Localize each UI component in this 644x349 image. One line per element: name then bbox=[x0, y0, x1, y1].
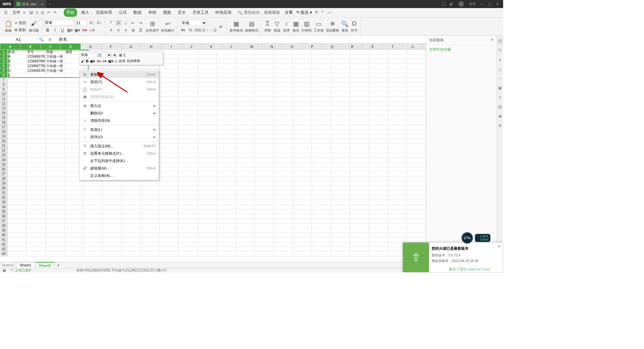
cell[interactable] bbox=[84, 228, 103, 233]
cell[interactable] bbox=[350, 50, 369, 54]
cell[interactable] bbox=[26, 115, 46, 120]
cell[interactable] bbox=[369, 238, 388, 242]
cell[interactable] bbox=[65, 247, 84, 252]
align-bottom-icon[interactable]: ⊥ bbox=[123, 20, 129, 26]
cell[interactable] bbox=[293, 228, 312, 233]
cell[interactable] bbox=[179, 83, 198, 87]
cell[interactable] bbox=[331, 205, 350, 209]
cell[interactable] bbox=[369, 130, 388, 134]
row-col-button[interactable]: ▥行和列 bbox=[302, 20, 312, 33]
cell[interactable] bbox=[141, 228, 160, 233]
cell[interactable] bbox=[46, 87, 65, 92]
cell[interactable] bbox=[8, 195, 27, 200]
cell[interactable] bbox=[46, 101, 65, 106]
cell[interactable] bbox=[255, 101, 274, 106]
cell[interactable] bbox=[274, 139, 293, 144]
list-icon[interactable]: ≡ bbox=[497, 95, 503, 100]
cell[interactable] bbox=[26, 214, 46, 219]
cell[interactable] bbox=[293, 139, 312, 144]
cell[interactable] bbox=[160, 233, 179, 238]
underline-icon[interactable]: U bbox=[59, 27, 65, 33]
col-header-F[interactable]: F bbox=[101, 44, 121, 49]
cell[interactable] bbox=[255, 148, 274, 153]
cell[interactable] bbox=[331, 144, 350, 148]
cell[interactable] bbox=[26, 92, 46, 97]
cell[interactable] bbox=[369, 87, 388, 92]
cell[interactable] bbox=[141, 252, 160, 256]
cell[interactable]: 学号 bbox=[26, 50, 46, 54]
cell[interactable] bbox=[141, 181, 160, 186]
cell[interactable] bbox=[179, 158, 198, 162]
cell[interactable] bbox=[293, 59, 312, 64]
cell[interactable] bbox=[198, 101, 217, 106]
cell[interactable] bbox=[331, 115, 350, 120]
cell[interactable] bbox=[407, 87, 426, 92]
cell[interactable] bbox=[160, 158, 179, 162]
align-right-icon[interactable]: ≡ bbox=[123, 27, 129, 33]
cell[interactable] bbox=[350, 73, 369, 78]
row-header[interactable]: 30 bbox=[0, 186, 8, 191]
cell[interactable] bbox=[331, 200, 350, 205]
cell[interactable] bbox=[217, 101, 236, 106]
cell[interactable] bbox=[236, 252, 255, 256]
cell[interactable] bbox=[388, 78, 407, 83]
cell[interactable] bbox=[255, 195, 274, 200]
cell[interactable] bbox=[255, 209, 274, 214]
col-header-L[interactable]: L bbox=[222, 44, 242, 49]
cell[interactable] bbox=[255, 134, 274, 139]
row-header[interactable]: 2 bbox=[0, 54, 8, 59]
cell[interactable] bbox=[217, 162, 236, 167]
cell[interactable] bbox=[331, 219, 350, 223]
cursor-tool-icon[interactable]: ↖ bbox=[497, 38, 503, 44]
cell[interactable] bbox=[160, 238, 179, 242]
cell[interactable] bbox=[407, 68, 426, 73]
cell[interactable] bbox=[293, 177, 312, 181]
cell[interactable] bbox=[331, 247, 350, 252]
cell[interactable] bbox=[407, 195, 426, 200]
cell[interactable] bbox=[26, 125, 46, 130]
cell[interactable] bbox=[312, 101, 331, 106]
cell[interactable] bbox=[274, 158, 293, 162]
cell[interactable] bbox=[274, 209, 293, 214]
row-header[interactable]: 19 bbox=[0, 134, 8, 139]
row-header[interactable]: 32 bbox=[0, 195, 8, 200]
cell[interactable] bbox=[46, 153, 65, 158]
cell[interactable] bbox=[331, 54, 350, 59]
cell[interactable] bbox=[312, 214, 331, 219]
cell[interactable] bbox=[236, 120, 255, 125]
collapse-ribbon-icon[interactable]: ⌃ bbox=[321, 10, 324, 15]
context-menu-item[interactable]: ▽筛选(L)▶ bbox=[79, 126, 159, 133]
cell[interactable] bbox=[369, 167, 388, 172]
cell[interactable] bbox=[122, 247, 141, 252]
cell[interactable] bbox=[8, 242, 27, 247]
cell[interactable] bbox=[274, 144, 293, 148]
type-convert-icon[interactable]: ⇄ bbox=[218, 23, 224, 30]
print-preview-icon[interactable]: ⊡ bbox=[41, 10, 44, 15]
cell[interactable] bbox=[141, 233, 160, 238]
col-header-O[interactable]: O bbox=[282, 44, 302, 49]
cell[interactable] bbox=[84, 195, 103, 200]
cell[interactable] bbox=[198, 205, 217, 209]
cell[interactable] bbox=[198, 223, 217, 228]
cell[interactable] bbox=[103, 214, 122, 219]
cell[interactable] bbox=[84, 223, 103, 228]
cell[interactable]: 姓名 bbox=[8, 50, 27, 54]
cell[interactable] bbox=[217, 209, 236, 214]
row-header[interactable]: 36 bbox=[0, 214, 8, 219]
cell[interactable] bbox=[198, 238, 217, 242]
mini-sum-icon[interactable]: Σ bbox=[123, 53, 126, 57]
maximize-button[interactable]: ▢ bbox=[488, 2, 492, 6]
cell[interactable] bbox=[369, 144, 388, 148]
cell[interactable] bbox=[160, 148, 179, 153]
cell[interactable] bbox=[407, 209, 426, 214]
cell[interactable] bbox=[255, 144, 274, 148]
cell[interactable] bbox=[65, 223, 84, 228]
cell[interactable] bbox=[407, 130, 426, 134]
cell[interactable] bbox=[369, 50, 388, 54]
cell[interactable] bbox=[198, 59, 217, 64]
cell[interactable] bbox=[331, 59, 350, 64]
cell[interactable] bbox=[236, 167, 255, 172]
cell[interactable] bbox=[407, 158, 426, 162]
cell[interactable] bbox=[179, 54, 198, 59]
sheet-nav-prev-icon[interactable]: ◂ bbox=[6, 263, 8, 267]
